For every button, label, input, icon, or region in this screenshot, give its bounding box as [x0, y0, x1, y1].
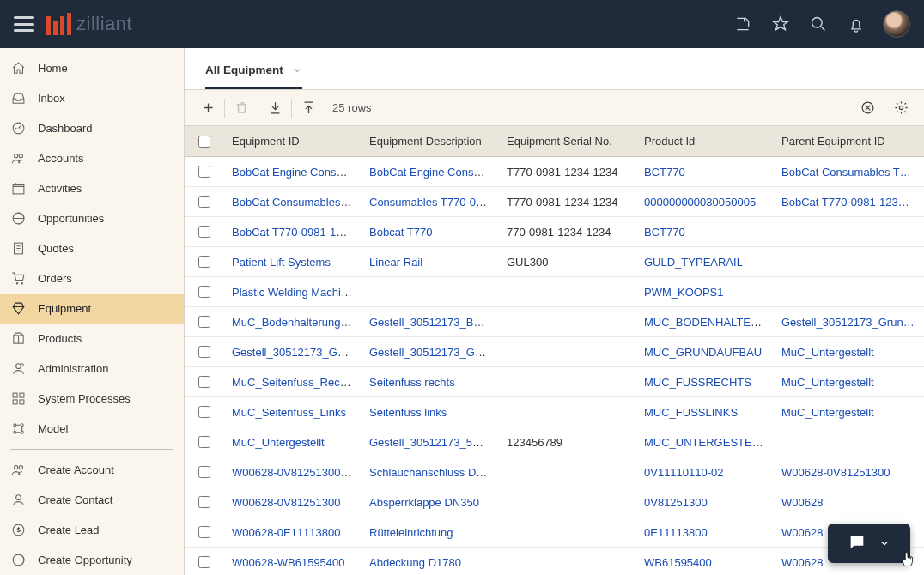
sidebar-item-equipment[interactable]: Equipment [0, 294, 184, 324]
table-row[interactable]: W00628-0V81251300-0V…Schlauchanschluss D… [185, 457, 924, 487]
equipment-id-link[interactable]: W00628-0V81251300-0V… [232, 466, 361, 479]
equipment-desc-link[interactable]: Gestell_30512173_Grund… [369, 346, 498, 359]
equipment-id-link[interactable]: MuC_Seitenfuss_Links [232, 406, 346, 419]
sidebar-item-products[interactable]: Products [0, 324, 184, 354]
product-id-link[interactable]: 0E11113800 [644, 526, 708, 539]
row-checkbox[interactable] [198, 496, 210, 508]
equipment-id-link[interactable]: W00628-0E11113800 [232, 526, 341, 539]
col-equipment-id[interactable]: Equipment ID [223, 135, 361, 148]
equipment-id-link[interactable]: MuC_Seitenfuss_Rechts [232, 376, 355, 389]
equipment-desc-link[interactable]: Gestell_30512173_Bode… [369, 316, 498, 329]
row-checkbox[interactable] [198, 406, 210, 418]
compose-icon[interactable] [733, 15, 752, 33]
table-row[interactable]: W00628-WB61595400Abdeckung D1780WB615954… [185, 548, 924, 575]
equipment-id-link[interactable]: W00628-0V81251300 [232, 496, 341, 509]
equipment-desc-link[interactable]: Gestell_30512173_5pr_0… [369, 436, 498, 449]
product-id-link[interactable]: PWM_KOOPS1 [644, 286, 723, 299]
sidebar-item-dashboard[interactable]: Dashboard [0, 113, 184, 143]
col-equipment-desc[interactable]: Equipment Description [361, 135, 498, 148]
table-row[interactable]: BobCat Consumables T7…Consumables T770-0… [185, 187, 924, 217]
parent-equipment-link[interactable]: MuC_Untergestellt [781, 346, 874, 359]
parent-equipment-link[interactable]: MuC_Untergestellt [781, 376, 874, 389]
avatar[interactable] [883, 10, 910, 38]
col-serial-no[interactable]: Equipment Serial No. [498, 135, 635, 148]
sidebar-item-create-contact[interactable]: Create Contact [0, 485, 184, 515]
menu-toggle[interactable] [14, 16, 34, 32]
table-row[interactable]: MuC_Seitenfuss_RechtsSeitenfuss rechtsMU… [185, 367, 924, 397]
bell-icon[interactable] [847, 15, 866, 33]
row-checkbox[interactable] [198, 316, 210, 328]
product-id-link[interactable]: MUC_FUSSLINKS [644, 406, 738, 419]
import-button[interactable] [260, 94, 289, 123]
col-parent-equipment[interactable]: Parent Equipment ID [773, 135, 924, 148]
tab-all-equipment[interactable]: All Equipment [205, 64, 302, 89]
sidebar-item-create-opportunity[interactable]: Create Opportunity [0, 545, 184, 575]
row-checkbox[interactable] [198, 166, 210, 178]
search-icon[interactable] [809, 15, 828, 33]
sidebar-item-home[interactable]: Home [0, 53, 184, 83]
table-row[interactable]: W00628-0V81251300Absperrklappe DN3500V81… [185, 487, 924, 518]
product-id-link[interactable]: BCT770 [644, 226, 685, 239]
equipment-id-link[interactable]: Patient Lift Systems [232, 256, 331, 269]
sidebar-item-activities[interactable]: Activities [0, 173, 184, 203]
product-id-link[interactable]: 000000000030050005 [644, 196, 756, 209]
equipment-desc-link[interactable]: Schlauchanschluss DI 6x… [369, 466, 498, 479]
row-checkbox[interactable] [198, 226, 210, 238]
table-row[interactable]: MuC_BodenhalterungGrpGestell_30512173_Bo… [185, 307, 924, 337]
export-button[interactable] [294, 94, 323, 123]
add-button[interactable] [193, 94, 222, 123]
sidebar-item-system-processes[interactable]: System Processes [0, 384, 184, 414]
sidebar-item-quotes[interactable]: Quotes [0, 233, 184, 263]
parent-equipment-link[interactable]: BobCat Consumables T… [781, 166, 911, 179]
sidebar-item-model[interactable]: Model [0, 414, 184, 444]
row-checkbox[interactable] [198, 376, 210, 388]
table-row[interactable]: BobCat T770-0981-1234-…Bobcat T770770-09… [185, 217, 924, 247]
equipment-desc-link[interactable]: BobCat Engine Consuma… [369, 166, 498, 179]
equipment-desc-link[interactable]: Seitenfuss links [369, 406, 447, 419]
equipment-id-link[interactable]: MuC_Untergestellt [232, 436, 325, 449]
equipment-desc-link[interactable]: Consumables T770-0981… [369, 196, 498, 209]
star-icon[interactable] [771, 15, 790, 33]
table-row[interactable]: MuC_Seitenfuss_LinksSeitenfuss linksMUC_… [185, 397, 924, 427]
parent-equipment-link[interactable]: BobCat T770-0981-123… [781, 196, 909, 209]
row-checkbox[interactable] [198, 526, 210, 538]
product-id-link[interactable]: GULD_TYPEARAIL [644, 256, 743, 269]
equipment-id-link[interactable]: BobCat Consumables T7… [232, 196, 361, 209]
sidebar-item-create-lead[interactable]: $Create Lead [0, 515, 184, 545]
table-row[interactable]: BobCat Engine Consuma…BobCat Engine Cons… [185, 157, 924, 187]
sidebar-item-orders[interactable]: Orders [0, 263, 184, 294]
sidebar-item-accounts[interactable]: Accounts [0, 143, 184, 173]
row-checkbox[interactable] [198, 556, 210, 568]
settings-button[interactable] [886, 94, 915, 123]
parent-equipment-link[interactable]: W00628 [781, 496, 823, 509]
product-id-link[interactable]: 0V11110110-02 [644, 466, 724, 479]
equipment-desc-link[interactable]: Absperrklappe DN350 [369, 496, 479, 509]
table-row[interactable]: Gestell_30512173_Grund…Gestell_30512173_… [185, 337, 924, 367]
select-all-checkbox[interactable] [198, 136, 210, 148]
product-id-link[interactable]: BCT770 [644, 166, 685, 179]
parent-equipment-link[interactable]: MuC_Untergestellt [781, 406, 874, 419]
equipment-desc-link[interactable]: Linear Rail [369, 256, 422, 269]
equipment-id-link[interactable]: Gestell_30512173_Grund… [232, 346, 361, 359]
row-checkbox[interactable] [198, 346, 210, 358]
equipment-id-link[interactable]: BobCat T770-0981-1234-… [232, 226, 361, 239]
sidebar-item-create-account[interactable]: Create Account [0, 455, 184, 485]
sidebar-item-opportunities[interactable]: Opportunities [0, 203, 184, 233]
delete-button[interactable] [227, 94, 256, 123]
product-id-link[interactable]: MUC_GRUNDAUFBAU [644, 346, 762, 359]
equipment-desc-link[interactable]: Abdeckung D1780 [369, 556, 461, 569]
table-row[interactable]: W00628-0E11113800Rütteleinrichtung0E1111… [185, 518, 924, 548]
row-checkbox[interactable] [198, 436, 210, 448]
product-id-link[interactable]: MUC_UNTERGESTELL [644, 436, 764, 449]
equipment-id-link[interactable]: Plastic Welding Machine [232, 286, 353, 299]
product-id-link[interactable]: 0V81251300 [644, 496, 708, 509]
sidebar-item-inbox[interactable]: Inbox [0, 83, 184, 113]
row-checkbox[interactable] [198, 196, 210, 208]
table-row[interactable]: Plastic Welding MachinePWM_KOOPS1 [185, 277, 924, 307]
col-product-id[interactable]: Product Id [635, 135, 773, 148]
equipment-id-link[interactable]: BobCat Engine Consuma… [232, 166, 361, 179]
equipment-desc-link[interactable]: Bobcat T770 [369, 226, 432, 239]
equipment-id-link[interactable]: MuC_BodenhalterungGrp [232, 316, 359, 329]
product-id-link[interactable]: MUC_FUSSRECHTS [644, 376, 751, 389]
equipment-id-link[interactable]: W00628-WB61595400 [232, 556, 345, 569]
